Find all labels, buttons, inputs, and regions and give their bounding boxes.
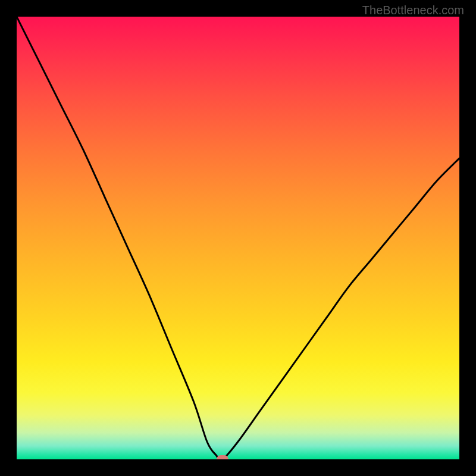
plot-area (17, 17, 459, 459)
curve-svg (17, 17, 459, 459)
bottleneck-curve (17, 17, 459, 459)
optimum-marker (217, 455, 228, 459)
watermark-text: TheBottleneck.com (362, 4, 464, 17)
